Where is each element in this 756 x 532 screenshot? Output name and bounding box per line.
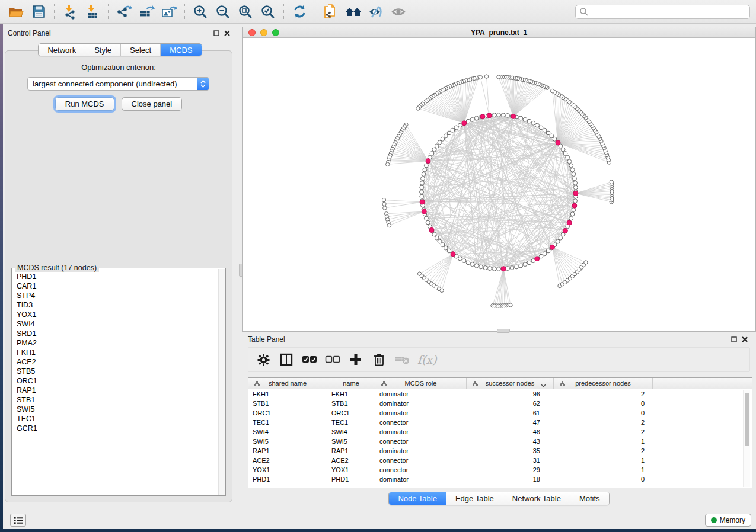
- mcds-result-item[interactable]: ORC1: [13, 376, 218, 386]
- save-session-button[interactable]: [27, 2, 50, 21]
- table-row[interactable]: TEC1TEC1connector472: [248, 418, 752, 427]
- deselect-all-button[interactable]: [325, 352, 340, 367]
- table-toolbar: f(x): [248, 347, 750, 372]
- open-file-button[interactable]: [5, 2, 27, 21]
- mcds-result-item[interactable]: STP4: [13, 291, 218, 300]
- mcds-result-item[interactable]: FKH1: [13, 348, 218, 357]
- float-panel-button[interactable]: [211, 28, 222, 38]
- network-nodes[interactable]: [382, 75, 614, 307]
- table-row[interactable]: FKH1FKH1dominator962: [248, 389, 752, 399]
- zoom-fit-button[interactable]: [234, 2, 257, 21]
- close-panel-button[interactable]: [739, 335, 750, 344]
- checked-boxes-icon: [302, 355, 317, 364]
- network-canvas[interactable]: [243, 38, 755, 331]
- table-cell: 2: [554, 418, 653, 427]
- table-cell: 1: [554, 437, 653, 446]
- mcds-result-item[interactable]: TEC1: [13, 414, 218, 424]
- refresh-icon: [292, 4, 307, 19]
- network-graph[interactable]: [243, 38, 755, 331]
- tab-select[interactable]: Select: [120, 44, 160, 56]
- mcds-list-scrollbar[interactable]: [218, 269, 225, 495]
- export-image-button[interactable]: [158, 2, 180, 21]
- mcds-result-item[interactable]: SRD1: [13, 329, 218, 338]
- mcds-result-item[interactable]: RAP1: [13, 386, 218, 395]
- delete-column-button[interactable]: [371, 352, 387, 367]
- import-network-button[interactable]: [59, 2, 81, 21]
- import-table-button[interactable]: [81, 2, 104, 21]
- export-table-button[interactable]: [135, 2, 158, 21]
- mcds-result-item[interactable]: PHD1: [13, 272, 218, 281]
- table-cell: 18: [467, 475, 554, 484]
- optimization-criterion-select[interactable]: largest connected component (undirected): [27, 77, 209, 91]
- mcds-result-item[interactable]: GCR1: [13, 424, 218, 433]
- mcds-result-item[interactable]: SWI4: [13, 319, 218, 329]
- column-header-name[interactable]: name: [327, 378, 375, 389]
- column-header-predecessor-nodes[interactable]: predecessor nodes: [554, 378, 653, 389]
- table-settings-button[interactable]: [256, 352, 271, 367]
- toolbar-separator: [54, 4, 55, 20]
- select-stepper-icon: [197, 78, 209, 90]
- run-mcds-button[interactable]: Run MCDS: [55, 97, 114, 111]
- table-row[interactable]: STB1STB1dominator620: [248, 399, 752, 408]
- column-type-icon: [560, 380, 565, 387]
- mcds-result-item[interactable]: SWI5: [13, 405, 218, 414]
- network-window-titlebar[interactable]: YPA_prune.txt_1: [243, 27, 755, 38]
- mcds-result-item[interactable]: STB1: [13, 395, 218, 405]
- mcds-result-item[interactable]: YOX1: [13, 310, 218, 319]
- houses-button[interactable]: [342, 2, 365, 21]
- tab-mcds[interactable]: MCDS: [160, 44, 201, 56]
- zoom-selected-button[interactable]: [257, 2, 279, 21]
- table-cell: 96: [467, 389, 554, 399]
- search-input[interactable]: [589, 7, 749, 17]
- zoom-in-button[interactable]: [189, 2, 212, 21]
- splitter-grip[interactable]: [497, 329, 510, 333]
- table-tab-edge-table[interactable]: Edge Table: [446, 492, 503, 505]
- node-table: shared namenameMCDS rolesuccessor nodesp…: [248, 377, 752, 488]
- mcds-result-item[interactable]: STB5: [13, 367, 218, 376]
- export-network-button[interactable]: [113, 2, 135, 21]
- tab-network[interactable]: Network: [39, 44, 85, 56]
- memory-button[interactable]: Memory: [705, 514, 751, 527]
- toolbar-separator: [184, 4, 185, 20]
- refresh-button[interactable]: [288, 2, 311, 21]
- mcds-result-item[interactable]: CAR1: [13, 281, 218, 291]
- horizontal-splitter[interactable]: [242, 329, 756, 333]
- column-header-successor-nodes[interactable]: successor nodes: [467, 378, 554, 389]
- memory-status-icon: [711, 517, 717, 523]
- zoom-out-button[interactable]: [212, 2, 234, 21]
- table-cell: ACE2: [248, 456, 327, 465]
- add-column-button[interactable]: [348, 352, 363, 367]
- table-row[interactable]: ORC1ORC1dominator610: [248, 408, 752, 418]
- open-folder-icon: [8, 5, 24, 19]
- clone-network-button[interactable]: [320, 2, 342, 21]
- table-panel-title: Table Panel: [248, 335, 285, 344]
- table-row[interactable]: PHD1PHD1dominator180: [248, 475, 752, 484]
- table-tab-network-table[interactable]: Network Table: [503, 492, 570, 505]
- tab-style[interactable]: Style: [85, 44, 120, 56]
- mcds-result-item[interactable]: TID3: [13, 300, 218, 310]
- close-panel-action-button[interactable]: Close panel: [122, 97, 183, 111]
- table-tab-node-table[interactable]: Node Table: [389, 492, 446, 505]
- mcds-result-item[interactable]: ACE2: [13, 357, 218, 367]
- table-row[interactable]: YOX1YOX1connector291: [248, 465, 752, 475]
- column-header-MCDS-role[interactable]: MCDS role: [375, 378, 467, 389]
- column-type-icon: [381, 380, 387, 387]
- float-panel-button[interactable]: [729, 335, 739, 344]
- table-row[interactable]: SWI5SWI5connector431: [248, 437, 752, 446]
- select-all-button[interactable]: [302, 352, 317, 367]
- table-tab-motifs[interactable]: Motifs: [570, 492, 609, 505]
- table-row[interactable]: RAP1RAP1dominator352: [248, 446, 752, 456]
- hide-graphics-details-button[interactable]: [365, 2, 387, 21]
- table-cell: 47: [467, 418, 554, 427]
- table-row[interactable]: ACE2ACE2connector311: [248, 456, 752, 465]
- eye-slash-icon: [368, 5, 384, 19]
- show-graphics-details-button[interactable]: [387, 2, 410, 21]
- mcds-result-item[interactable]: PMA2: [13, 338, 218, 348]
- close-panel-button[interactable]: [222, 28, 232, 38]
- show-columns-button[interactable]: [279, 352, 294, 367]
- task-history-button[interactable]: [10, 514, 26, 527]
- table-row[interactable]: SWI4SWI4dominator462: [248, 427, 752, 437]
- table-scrollbar[interactable]: [743, 390, 750, 487]
- scrollbar-thumb[interactable]: [745, 393, 749, 446]
- column-header-shared-name[interactable]: shared name: [248, 378, 327, 389]
